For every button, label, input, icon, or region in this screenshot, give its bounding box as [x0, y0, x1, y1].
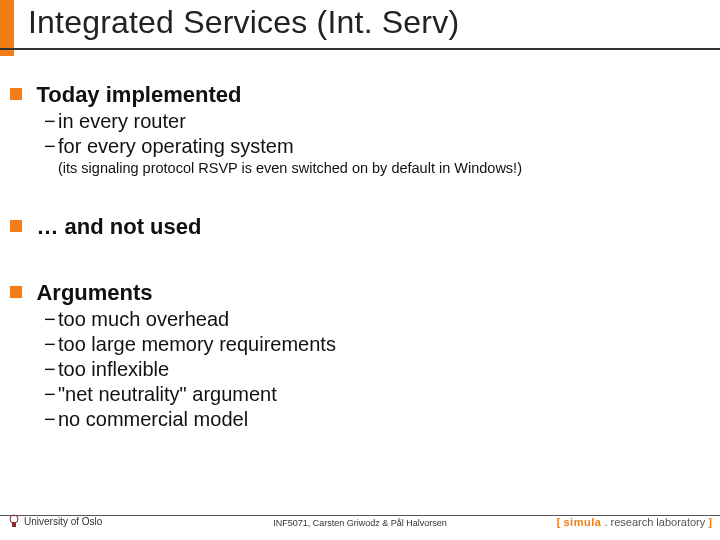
- dash-icon: −: [44, 358, 58, 381]
- lab-name: simula: [563, 516, 601, 528]
- lab-suffix: . research laboratory: [601, 516, 708, 528]
- heading-text: Arguments: [36, 280, 152, 305]
- item-text: too inflexible: [58, 358, 169, 380]
- square-bullet-icon: [10, 88, 22, 100]
- slide-title: Integrated Services (Int. Serv): [28, 4, 459, 41]
- spacer: [10, 242, 700, 266]
- bracket-close: ]: [708, 516, 712, 528]
- bullet-level2: −no commercial model: [44, 408, 700, 431]
- bullet-level2: −in every router: [44, 110, 700, 133]
- slide: Integrated Services (Int. Serv) Today im…: [0, 0, 720, 540]
- item-text: too much overhead: [58, 308, 229, 330]
- footer: University of Oslo INF5071, Carsten Griw…: [0, 512, 720, 534]
- bullet-level2: −too inflexible: [44, 358, 700, 381]
- bullet-level1: Today implemented: [10, 82, 700, 108]
- bullet-level2: −too much overhead: [44, 308, 700, 331]
- heading-text: … and not used: [36, 214, 201, 239]
- dash-icon: −: [44, 308, 58, 331]
- item-text: for every operating system: [58, 135, 294, 157]
- bullet-level2: −for every operating system: [44, 135, 700, 158]
- parenthetical-note: (its signaling protocol RSVP is even swi…: [58, 160, 700, 176]
- lab-label: [ simula . research laboratory ]: [557, 516, 712, 528]
- dash-icon: −: [44, 383, 58, 406]
- square-bullet-icon: [10, 220, 22, 232]
- heading-text: Today implemented: [36, 82, 241, 107]
- item-text: too large memory requirements: [58, 333, 336, 355]
- square-bullet-icon: [10, 286, 22, 298]
- bullet-level2: −too large memory requirements: [44, 333, 700, 356]
- spacer: [10, 176, 700, 200]
- bullet-level1: … and not used: [10, 214, 700, 240]
- item-text: in every router: [58, 110, 186, 132]
- dash-icon: −: [44, 135, 58, 158]
- dash-icon: −: [44, 333, 58, 356]
- bullet-level2: −"net neutrality" argument: [44, 383, 700, 406]
- dash-icon: −: [44, 408, 58, 431]
- bullet-level1: Arguments: [10, 280, 700, 306]
- content-area: Today implemented −in every router −for …: [10, 68, 700, 431]
- title-underline: [0, 48, 720, 50]
- item-text: "net neutrality" argument: [58, 383, 277, 405]
- item-text: no commercial model: [58, 408, 248, 430]
- dash-icon: −: [44, 110, 58, 133]
